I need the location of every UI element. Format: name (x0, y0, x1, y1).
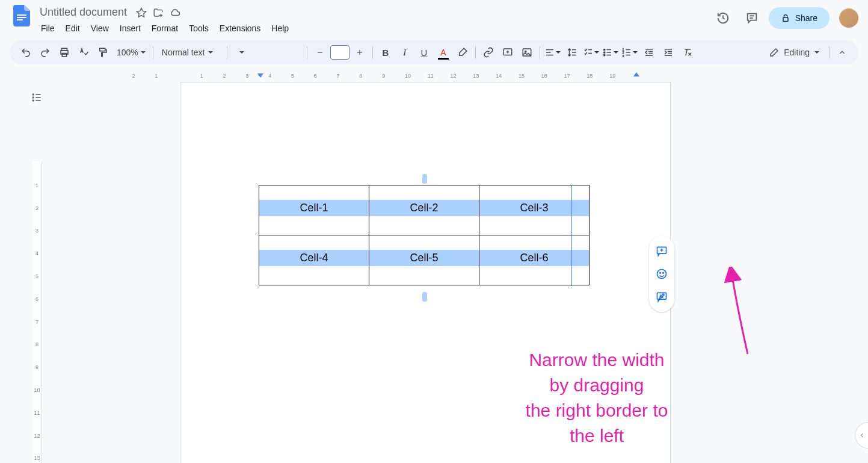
svg-point-47 (32, 97, 34, 98)
link-button[interactable] (479, 43, 497, 61)
header: Untitled document File Edit View Insert … (0, 0, 868, 36)
vertical-ruler[interactable]: 12345678910111213141516 (32, 161, 42, 463)
clear-format-button[interactable] (679, 43, 697, 61)
horizontal-ruler[interactable]: 2112345678910111213141516171819 (21, 71, 857, 81)
lock-icon (781, 13, 790, 23)
menu-insert[interactable]: Insert (115, 21, 146, 36)
table-cell[interactable]: Cell-4 (259, 235, 369, 285)
svg-rect-9 (100, 48, 105, 51)
row-add-handle-top[interactable] (422, 174, 427, 184)
cell-text: Cell-2 (369, 200, 479, 216)
menu-format[interactable]: Format (147, 21, 183, 36)
fontsize-decrease[interactable] (311, 43, 329, 61)
indent-decrease-button[interactable] (640, 43, 658, 61)
menu-help[interactable]: Help (266, 21, 294, 36)
menu-tools[interactable]: Tools (184, 21, 214, 36)
pencil-icon (769, 48, 779, 57)
add-comment-pill[interactable] (651, 241, 672, 261)
canvas: 12345678910111213141516 Cell-1 Cell-2 Ce… (21, 81, 857, 463)
menu-bar: File Edit View Insert Format Tools Exten… (36, 20, 711, 36)
print-button[interactable] (55, 43, 73, 61)
menu-file[interactable]: File (36, 21, 60, 36)
image-button[interactable] (518, 43, 536, 61)
bold-button[interactable]: B (377, 43, 395, 61)
cell-text: Cell-5 (369, 250, 479, 266)
table-cell[interactable]: Cell-5 (369, 235, 479, 285)
align-button[interactable] (544, 43, 562, 61)
zoom-select[interactable]: 100% (113, 45, 149, 60)
editing-mode-button[interactable]: Editing (763, 45, 825, 60)
underline-button[interactable]: U (415, 43, 433, 61)
svg-point-56 (660, 273, 661, 274)
menu-view[interactable]: View (86, 21, 114, 36)
indent-increase-button[interactable] (659, 43, 677, 61)
right-indent-marker[interactable] (633, 72, 639, 76)
collapse-toolbar-button[interactable] (833, 43, 851, 61)
avatar[interactable] (839, 8, 858, 28)
redo-button[interactable] (36, 43, 54, 61)
highlight-button[interactable] (454, 43, 472, 61)
annotation-line2: the right border to the left (523, 398, 670, 449)
svg-point-48 (32, 100, 34, 101)
paint-format-button[interactable] (94, 43, 112, 61)
column-drag-guide[interactable] (571, 185, 572, 286)
title-area: Untitled document File Edit View Insert … (36, 4, 711, 36)
annotation: Narrow the width by dragging the right b… (523, 347, 670, 449)
style-select[interactable]: Normal text (157, 45, 223, 60)
numbered-list-button[interactable]: 123 (621, 43, 639, 61)
toolbar: 100% Normal text B I U A 123 Editing (10, 40, 858, 64)
bullet-list-button[interactable] (602, 43, 620, 61)
text-color-button[interactable]: A (434, 43, 452, 61)
svg-point-57 (663, 273, 664, 274)
svg-point-55 (657, 270, 666, 279)
svg-rect-5 (783, 17, 788, 21)
cell-text: Cell-3 (479, 200, 589, 216)
svg-point-26 (604, 49, 605, 50)
menu-extensions[interactable]: Extensions (215, 21, 265, 36)
document-title[interactable]: Untitled document (36, 5, 131, 20)
table-cell[interactable]: Cell-1 (259, 185, 369, 235)
italic-button[interactable]: I (396, 43, 414, 61)
table-cell[interactable]: Cell-6 (479, 235, 589, 285)
suggest-pill[interactable] (651, 287, 672, 307)
svg-point-28 (604, 54, 605, 55)
fontsize-input[interactable] (330, 45, 349, 60)
add-comment-button[interactable] (499, 43, 517, 61)
docs-logo[interactable] (10, 4, 34, 28)
table-cell[interactable]: Cell-2 (369, 185, 479, 235)
svg-rect-2 (17, 19, 23, 20)
spellcheck-button[interactable] (75, 43, 93, 61)
share-label: Share (795, 13, 817, 23)
svg-point-17 (525, 51, 526, 52)
history-icon[interactable] (711, 6, 735, 30)
annotation-line1: Narrow the width by dragging (523, 347, 670, 398)
table-row[interactable]: Cell-4 Cell-5 Cell-6 (259, 235, 589, 285)
svg-point-27 (604, 52, 605, 53)
checklist-button[interactable] (582, 43, 600, 61)
emoji-pill[interactable] (651, 264, 672, 284)
svg-point-46 (32, 94, 34, 95)
page[interactable]: Cell-1 Cell-2 Cell-3 Cell-4 Cell-5 Cell-… (180, 82, 671, 463)
line-spacing-button[interactable] (563, 43, 581, 61)
cell-text: Cell-4 (259, 250, 369, 266)
share-button[interactable]: Share (769, 7, 830, 29)
menu-edit[interactable]: Edit (61, 21, 85, 36)
svg-text:3: 3 (623, 54, 624, 58)
svg-rect-0 (17, 14, 26, 16)
comment-icon[interactable] (740, 6, 764, 30)
table-row[interactable]: Cell-1 Cell-2 Cell-3 (259, 185, 589, 235)
table-cell[interactable]: Cell-3 (479, 185, 589, 235)
font-select[interactable] (231, 49, 303, 56)
move-icon[interactable] (152, 7, 164, 19)
svg-rect-1 (17, 17, 26, 18)
undo-button[interactable] (17, 43, 35, 61)
row-add-handle-bottom[interactable] (422, 292, 427, 302)
table[interactable]: Cell-1 Cell-2 Cell-3 Cell-4 Cell-5 Cell-… (259, 185, 589, 285)
fontsize-increase[interactable] (351, 43, 369, 61)
cloud-icon[interactable] (169, 7, 181, 19)
cell-text: Cell-6 (479, 250, 589, 266)
cell-text: Cell-1 (259, 200, 369, 216)
star-icon[interactable] (135, 7, 147, 19)
left-indent-marker[interactable] (257, 73, 263, 78)
outline-button[interactable] (27, 88, 46, 107)
